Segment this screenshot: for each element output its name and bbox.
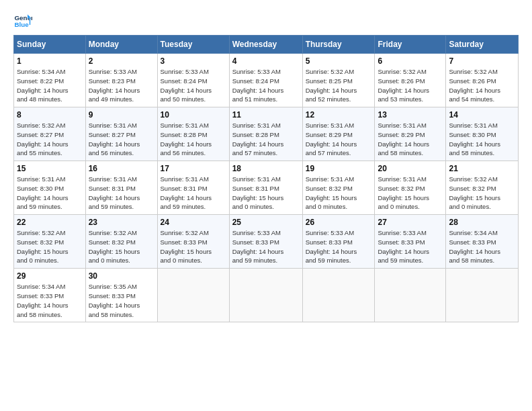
- svg-text:Blue: Blue: [14, 21, 29, 28]
- dow-header: Sunday: [14, 36, 86, 54]
- calendar-body: 1 Sunrise: 5:34 AMSunset: 8:22 PMDayligh…: [14, 54, 519, 322]
- day-info: Sunrise: 5:32 AMSunset: 8:26 PMDaylight:…: [449, 68, 500, 103]
- day-number: 10: [161, 110, 226, 120]
- calendar-week-row: 8 Sunrise: 5:32 AMSunset: 8:27 PMDayligh…: [14, 107, 519, 161]
- day-info: Sunrise: 5:31 AMSunset: 8:27 PMDaylight:…: [89, 122, 140, 156]
- day-number: 30: [89, 271, 154, 281]
- calendar-day-cell: 11 Sunrise: 5:31 AMSunset: 8:28 PMDaylig…: [229, 107, 302, 161]
- calendar-day-cell: [229, 269, 302, 322]
- page-header: General Blue: [13, 11, 519, 30]
- dow-header: Thursday: [302, 36, 375, 54]
- calendar-day-cell: 23 Sunrise: 5:32 AMSunset: 8:32 PMDaylig…: [85, 215, 157, 269]
- calendar-day-cell: 16 Sunrise: 5:31 AMSunset: 8:31 PMDaylig…: [85, 161, 157, 215]
- day-number: 12: [306, 110, 372, 120]
- day-number: 8: [17, 110, 83, 120]
- day-info: Sunrise: 5:33 AMSunset: 8:33 PMDaylight:…: [378, 229, 429, 264]
- day-number: 7: [449, 56, 515, 66]
- day-info: Sunrise: 5:32 AMSunset: 8:26 PMDaylight:…: [378, 68, 429, 103]
- day-number: 17: [161, 164, 226, 173]
- calendar-day-cell: [446, 269, 519, 322]
- day-info: Sunrise: 5:33 AMSunset: 8:33 PMDaylight:…: [306, 229, 357, 264]
- day-info: Sunrise: 5:33 AMSunset: 8:24 PMDaylight:…: [161, 68, 212, 103]
- calendar-day-cell: [157, 269, 229, 322]
- day-info: Sunrise: 5:34 AMSunset: 8:22 PMDaylight:…: [17, 68, 69, 103]
- dow-header: Tuesday: [157, 36, 229, 54]
- day-info: Sunrise: 5:32 AMSunset: 8:32 PMDaylight:…: [17, 229, 69, 264]
- calendar-day-cell: 13 Sunrise: 5:31 AMSunset: 8:29 PMDaylig…: [375, 107, 446, 161]
- calendar-day-cell: 6 Sunrise: 5:32 AMSunset: 8:26 PMDayligh…: [375, 54, 446, 107]
- day-number: 18: [232, 164, 300, 173]
- day-info: Sunrise: 5:31 AMSunset: 8:28 PMDaylight:…: [232, 122, 284, 156]
- calendar-day-cell: 2 Sunrise: 5:33 AMSunset: 8:23 PMDayligh…: [85, 54, 157, 107]
- calendar-day-cell: 20 Sunrise: 5:31 AMSunset: 8:32 PMDaylig…: [375, 161, 446, 215]
- day-number: 14: [449, 110, 515, 120]
- calendar-week-row: 1 Sunrise: 5:34 AMSunset: 8:22 PMDayligh…: [14, 54, 519, 107]
- day-number: 2: [89, 56, 154, 66]
- calendar-day-cell: 5 Sunrise: 5:32 AMSunset: 8:25 PMDayligh…: [302, 54, 375, 107]
- day-info: Sunrise: 5:33 AMSunset: 8:23 PMDaylight:…: [89, 68, 140, 103]
- day-info: Sunrise: 5:32 AMSunset: 8:32 PMDaylight:…: [449, 175, 500, 210]
- calendar-day-cell: 9 Sunrise: 5:31 AMSunset: 8:27 PMDayligh…: [85, 107, 157, 161]
- calendar-day-cell: 29 Sunrise: 5:34 AMSunset: 8:33 PMDaylig…: [14, 269, 86, 322]
- calendar-week-row: 15 Sunrise: 5:31 AMSunset: 8:30 PMDaylig…: [14, 161, 519, 215]
- calendar-day-cell: 21 Sunrise: 5:32 AMSunset: 8:32 PMDaylig…: [446, 161, 519, 215]
- dow-header: Friday: [375, 36, 446, 54]
- calendar-day-cell: 3 Sunrise: 5:33 AMSunset: 8:24 PMDayligh…: [157, 54, 229, 107]
- day-number: 11: [232, 110, 300, 120]
- day-number: 1: [17, 56, 83, 66]
- calendar-day-cell: 8 Sunrise: 5:32 AMSunset: 8:27 PMDayligh…: [14, 107, 86, 161]
- calendar-day-cell: 24 Sunrise: 5:32 AMSunset: 8:33 PMDaylig…: [157, 215, 229, 269]
- calendar-day-cell: 7 Sunrise: 5:32 AMSunset: 8:26 PMDayligh…: [446, 54, 519, 107]
- calendar-table: SundayMondayTuesdayWednesdayThursdayFrid…: [13, 35, 519, 322]
- day-number: 16: [89, 164, 154, 173]
- day-number: 6: [378, 56, 443, 66]
- calendar-week-row: 22 Sunrise: 5:32 AMSunset: 8:32 PMDaylig…: [14, 215, 519, 269]
- day-number: 13: [378, 110, 443, 120]
- day-number: 23: [89, 218, 154, 227]
- day-info: Sunrise: 5:31 AMSunset: 8:30 PMDaylight:…: [449, 122, 500, 156]
- day-number: 25: [232, 218, 300, 227]
- dow-header: Saturday: [446, 36, 519, 54]
- calendar-day-cell: 4 Sunrise: 5:33 AMSunset: 8:24 PMDayligh…: [229, 54, 302, 107]
- calendar-day-cell: 25 Sunrise: 5:33 AMSunset: 8:33 PMDaylig…: [229, 215, 302, 269]
- day-info: Sunrise: 5:32 AMSunset: 8:32 PMDaylight:…: [89, 229, 140, 264]
- day-info: Sunrise: 5:33 AMSunset: 8:24 PMDaylight:…: [232, 68, 284, 103]
- day-number: 28: [449, 218, 515, 227]
- day-info: Sunrise: 5:34 AMSunset: 8:33 PMDaylight:…: [449, 229, 500, 264]
- calendar-day-cell: 27 Sunrise: 5:33 AMSunset: 8:33 PMDaylig…: [375, 215, 446, 269]
- day-number: 22: [17, 218, 83, 227]
- day-number: 3: [161, 56, 226, 66]
- day-info: Sunrise: 5:31 AMSunset: 8:31 PMDaylight:…: [89, 175, 140, 210]
- calendar-day-cell: [302, 269, 375, 322]
- calendar-day-cell: 10 Sunrise: 5:31 AMSunset: 8:28 PMDaylig…: [157, 107, 229, 161]
- calendar-day-cell: 30 Sunrise: 5:35 AMSunset: 8:33 PMDaylig…: [85, 269, 157, 322]
- logo: General Blue: [13, 11, 35, 30]
- day-info: Sunrise: 5:31 AMSunset: 8:32 PMDaylight:…: [306, 175, 357, 210]
- day-number: 19: [306, 164, 372, 173]
- day-number: 21: [449, 164, 515, 173]
- day-number: 15: [17, 164, 83, 173]
- day-of-week-row: SundayMondayTuesdayWednesdayThursdayFrid…: [14, 36, 519, 54]
- day-info: Sunrise: 5:31 AMSunset: 8:31 PMDaylight:…: [161, 175, 212, 210]
- calendar-day-cell: 1 Sunrise: 5:34 AMSunset: 8:22 PMDayligh…: [14, 54, 86, 107]
- day-info: Sunrise: 5:31 AMSunset: 8:29 PMDaylight:…: [378, 122, 429, 156]
- day-info: Sunrise: 5:31 AMSunset: 8:31 PMDaylight:…: [232, 175, 284, 210]
- day-info: Sunrise: 5:31 AMSunset: 8:32 PMDaylight:…: [378, 175, 429, 210]
- day-info: Sunrise: 5:31 AMSunset: 8:30 PMDaylight:…: [17, 175, 69, 210]
- day-info: Sunrise: 5:35 AMSunset: 8:33 PMDaylight:…: [89, 283, 140, 318]
- calendar-day-cell: 15 Sunrise: 5:31 AMSunset: 8:30 PMDaylig…: [14, 161, 86, 215]
- day-info: Sunrise: 5:33 AMSunset: 8:33 PMDaylight:…: [232, 229, 284, 264]
- day-info: Sunrise: 5:32 AMSunset: 8:25 PMDaylight:…: [306, 68, 357, 103]
- day-number: 27: [378, 218, 443, 227]
- day-number: 5: [306, 56, 372, 66]
- day-info: Sunrise: 5:34 AMSunset: 8:33 PMDaylight:…: [17, 283, 69, 318]
- calendar-day-cell: 18 Sunrise: 5:31 AMSunset: 8:31 PMDaylig…: [229, 161, 302, 215]
- day-info: Sunrise: 5:32 AMSunset: 8:27 PMDaylight:…: [17, 122, 69, 156]
- day-number: 20: [378, 164, 443, 173]
- calendar-day-cell: 26 Sunrise: 5:33 AMSunset: 8:33 PMDaylig…: [302, 215, 375, 269]
- calendar-week-row: 29 Sunrise: 5:34 AMSunset: 8:33 PMDaylig…: [14, 269, 519, 322]
- dow-header: Monday: [85, 36, 157, 54]
- calendar-day-cell: 14 Sunrise: 5:31 AMSunset: 8:30 PMDaylig…: [446, 107, 519, 161]
- day-number: 24: [161, 218, 226, 227]
- logo-icon: General Blue: [13, 11, 32, 30]
